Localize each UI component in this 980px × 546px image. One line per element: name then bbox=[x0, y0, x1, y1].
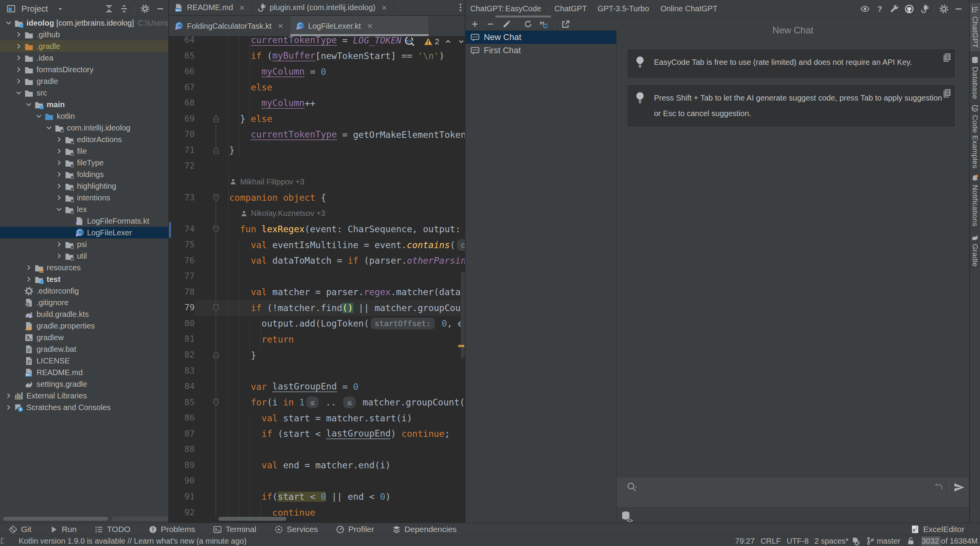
tree-chevron-right-icon[interactable] bbox=[14, 53, 23, 63]
tree-item-test[interactable]: test bbox=[0, 273, 168, 285]
question-icon[interactable]: ? bbox=[875, 4, 885, 14]
send-icon[interactable] bbox=[953, 481, 965, 494]
editor-tab-logfilelexer.kt[interactable]: LogFileLexer.kt bbox=[290, 16, 429, 36]
tree-chevron-down-icon[interactable] bbox=[44, 123, 54, 132]
line-separator[interactable]: CRLF bbox=[760, 537, 781, 546]
tree-chevron-right-icon[interactable] bbox=[24, 275, 33, 284]
tree-item-.gitignore[interactable]: .gitignore bbox=[0, 297, 168, 308]
tree-chevron-right-icon[interactable] bbox=[54, 158, 64, 167]
stripe-button-chatgpt[interactable]: ChatGPT bbox=[970, 3, 980, 51]
tree-item-editoractions[interactable]: editorActions bbox=[0, 134, 168, 145]
pencil-icon[interactable] bbox=[502, 19, 511, 29]
chat-list-item-first-chat[interactable]: First Chat bbox=[466, 44, 616, 57]
tree-item-file[interactable]: file bbox=[0, 145, 168, 157]
inspect-code-icon[interactable]: <> bbox=[404, 36, 415, 47]
plus-icon[interactable] bbox=[470, 19, 480, 29]
hide-minus-icon[interactable] bbox=[954, 4, 964, 14]
expand-all-icon[interactable] bbox=[104, 4, 114, 14]
tree-chevron-down-icon[interactable] bbox=[14, 88, 23, 97]
tree-chevron-right-icon[interactable] bbox=[54, 170, 64, 179]
tree-item-.gradle[interactable]: .gradle bbox=[0, 40, 168, 52]
chatgpt-tab-easycode[interactable]: EasyCode bbox=[499, 0, 548, 17]
tab-options-kebab-icon[interactable] bbox=[455, 2, 465, 13]
tree-item-src[interactable]: src bbox=[0, 87, 168, 99]
tree-item-gradle.properties[interactable]: gradle.properties bbox=[0, 320, 168, 332]
magnifier-icon[interactable] bbox=[626, 481, 638, 493]
undo-arrow-icon[interactable] bbox=[933, 481, 944, 493]
code-editor[interactable]: 64currentTokenType = LOG_TOKEN65if (myBu… bbox=[169, 36, 465, 523]
project-hscrollbar-track[interactable] bbox=[112, 516, 168, 521]
wrench-icon[interactable] bbox=[889, 4, 900, 14]
tree-item-main[interactable]: main bbox=[0, 99, 168, 110]
tree-item-filetype[interactable]: fileType bbox=[0, 157, 168, 169]
editor-tab-plugin.xml-com.intellij.ideolog-[interactable]: plugin.xml (com.intellij.ideolog) bbox=[252, 0, 394, 15]
tree-chevron-right-icon[interactable] bbox=[14, 42, 23, 51]
tree-chevron-right-icon[interactable] bbox=[4, 403, 13, 412]
project-hscrollbar-thumb[interactable] bbox=[3, 517, 108, 521]
stripe-button-database[interactable]: Database bbox=[970, 54, 980, 102]
toolbar-button-profiler[interactable]: Profiler bbox=[336, 525, 374, 534]
tree-item-com.intellij.ideolog[interactable]: com.intellij.ideolog bbox=[0, 122, 168, 134]
eye-icon[interactable] bbox=[860, 4, 870, 14]
unlock-icon[interactable] bbox=[906, 536, 915, 546]
github-icon[interactable] bbox=[904, 4, 914, 14]
settings-gear-icon[interactable] bbox=[140, 4, 150, 14]
export-icon[interactable] bbox=[561, 19, 570, 29]
tree-item-scratches-and-consoles[interactable]: Scratches and Consoles bbox=[0, 402, 168, 413]
tree-item-build.gradle.kts[interactable]: build.gradle.kts bbox=[0, 308, 168, 320]
toolbar-button-git[interactable]: Git bbox=[9, 525, 31, 534]
refresh-icon[interactable] bbox=[523, 19, 533, 29]
tree-item-ideolog[interactable]: ideolog [com.jetbrains.ideolog]C:\Users\… bbox=[0, 17, 168, 29]
tree-item-intentions[interactable]: intentions bbox=[0, 192, 168, 203]
tree-item-.github[interactable]: .github bbox=[0, 29, 168, 40]
tree-item-logfilelexer[interactable]: LogFileLexer bbox=[0, 227, 168, 238]
warning-stripe-mark[interactable] bbox=[458, 345, 464, 347]
tree-chevron-right-icon[interactable] bbox=[54, 193, 64, 202]
toolbar-button-run[interactable]: Run bbox=[49, 525, 77, 534]
editor-tab-readme.md[interactable]: MDREADME.md bbox=[169, 0, 252, 15]
tree-item-resources[interactable]: resources bbox=[0, 262, 168, 273]
chatgpt-tab-online-chatgpt[interactable]: Online ChatGPT bbox=[657, 0, 720, 17]
memory-indicator[interactable]: 3032 of 16384M bbox=[921, 536, 978, 546]
plug-icon[interactable] bbox=[919, 4, 929, 14]
author-names[interactable]: Mikhail Filippov +3 bbox=[240, 177, 304, 186]
toolbar-button-todo[interactable]: TODO bbox=[94, 525, 130, 534]
indent-setting[interactable]: 2 spaces* bbox=[814, 537, 860, 546]
tree-item-logfileformats.kt[interactable]: LogFileFormats.kt bbox=[0, 215, 168, 227]
chatgpt-tab-gpt-3.5-turbo[interactable]: GPT-3.5-Turbo bbox=[594, 0, 653, 17]
next-warning-icon[interactable] bbox=[457, 37, 465, 46]
tree-chevron-right-icon[interactable] bbox=[54, 181, 64, 191]
tree-chevron-right-icon[interactable] bbox=[14, 65, 23, 74]
copy-icon[interactable] bbox=[941, 52, 952, 63]
chatgpt-tab-chatgpt[interactable]: ChatGPT bbox=[552, 0, 589, 17]
stripe-button-code-examples[interactable]: <>Code Examples bbox=[970, 102, 980, 166]
settings-gear-icon[interactable] bbox=[939, 4, 949, 14]
tab-close-icon[interactable] bbox=[276, 22, 285, 30]
tree-chevron-right-icon[interactable] bbox=[4, 391, 13, 400]
author-names[interactable]: Nikolay.Kuznetsov +3 bbox=[251, 209, 325, 218]
stripe-button-notifications[interactable]: Notifications bbox=[970, 172, 980, 230]
chat-list-item-new-chat[interactable]: New Chat bbox=[466, 31, 616, 44]
tree-chevron-right-icon[interactable] bbox=[24, 263, 33, 272]
tab-close-icon[interactable] bbox=[366, 22, 374, 30]
tree-item-psi[interactable]: psi bbox=[0, 238, 168, 250]
tree-item-.idea[interactable]: .idea bbox=[0, 52, 168, 64]
minus-icon[interactable] bbox=[486, 19, 495, 29]
tree-chevron-right-icon[interactable] bbox=[54, 146, 64, 156]
tree-chevron-right-icon[interactable] bbox=[14, 77, 23, 86]
collapse-all-icon[interactable] bbox=[119, 4, 129, 14]
editor-hscrollbar-thumb[interactable] bbox=[218, 517, 286, 521]
inspections-widget[interactable]: <>2 bbox=[401, 36, 465, 51]
tree-chevron-down-icon[interactable] bbox=[54, 205, 64, 214]
toolbar-button-problems[interactable]: Problems bbox=[148, 525, 195, 534]
tree-item-gradlew.bat[interactable]: gradlew.bat bbox=[0, 343, 168, 355]
db-code-icon[interactable]: <> bbox=[621, 510, 633, 523]
prev-warning-icon[interactable] bbox=[443, 37, 453, 46]
project-panel-title[interactable]: Project bbox=[21, 4, 48, 14]
toolbar-button-exceleditor[interactable]: xExcelEditor bbox=[910, 525, 964, 534]
tree-item-formatsdirectory[interactable]: formatsDirectory bbox=[0, 64, 168, 75]
chat-input-field[interactable] bbox=[644, 480, 916, 496]
file-encoding[interactable]: UTF-8 bbox=[786, 537, 809, 546]
toolbar-button-services[interactable]: Services bbox=[274, 525, 318, 534]
tab-close-icon[interactable] bbox=[380, 3, 389, 12]
